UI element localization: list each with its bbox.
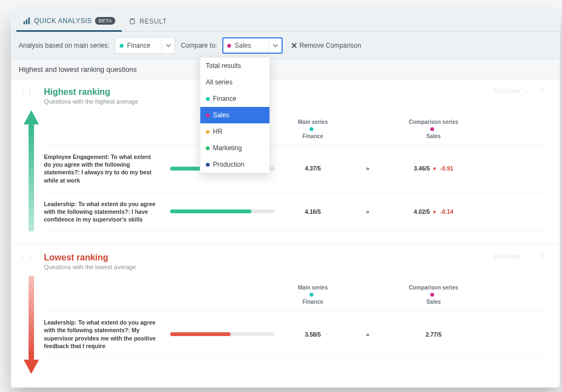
question-text: Employee Engagement: To what extent do y…	[44, 153, 159, 184]
score-bar	[170, 332, 274, 336]
grid-header: Main series Finance Comparison series Sa…	[44, 285, 549, 311]
svg-rect-0	[24, 21, 25, 24]
clipboard-icon	[128, 18, 136, 25]
column-main-series: Main series Finance	[285, 119, 340, 139]
series-dot-icon	[206, 113, 210, 117]
expand-icon[interactable]: »	[351, 208, 384, 215]
main-score: 4.37/5	[285, 165, 340, 172]
question-text: Leadership: To what extent do you agree …	[44, 200, 159, 224]
pencil-icon: ✎	[540, 87, 546, 95]
lowest-grid: Main series Finance Comparison series Sa…	[44, 285, 549, 358]
question-row: Employee Engagement: To what extent do y…	[44, 145, 549, 192]
chevron-down-icon: ⌄	[524, 253, 529, 260]
filter-bar: Analysis based on main series: Finance C…	[11, 32, 560, 59]
dropdown-item-hr[interactable]: HR	[200, 123, 269, 140]
bar-chart-icon	[23, 17, 31, 25]
chevron-down-icon	[268, 38, 282, 53]
remove-comparison-label: Remove Comparison	[299, 42, 361, 49]
series-dot-icon	[310, 127, 313, 131]
main-series-label: Analysis based on main series:	[19, 42, 109, 49]
series-dot-icon	[310, 293, 313, 297]
tab-label: QUICK ANALYSIS	[34, 17, 92, 25]
svg-rect-2	[29, 17, 30, 24]
remove-comparison-button[interactable]: Remove Comparison	[291, 42, 361, 49]
compare-series-value: Sales	[234, 42, 251, 49]
edit-view-button[interactable]: Edit view ⌄ ✎	[494, 253, 546, 260]
dropdown-item-production[interactable]: Production	[200, 156, 269, 173]
main-series-value: Finance	[127, 42, 150, 49]
series-dot-icon	[430, 293, 434, 297]
arrow-down-icon	[26, 276, 36, 374]
svg-rect-4	[131, 18, 134, 19]
panel-title-highest: Highest ranking	[44, 87, 549, 97]
tab-result[interactable]: RESULT	[122, 11, 173, 31]
panel-lowest: ⋮⋮ Edit view ⌄ ✎ Lowest ranking Question…	[11, 245, 560, 388]
dropdown-item-finance[interactable]: Finance	[200, 90, 269, 107]
series-dot-icon	[206, 97, 210, 101]
edit-view-button[interactable]: Edit view ⌄ ✎	[494, 87, 546, 95]
drag-handle-icon[interactable]: ⋮⋮	[19, 87, 34, 96]
comparison-score: 4.02/5 ▼ -0.14	[395, 208, 472, 215]
pencil-icon: ✎	[540, 253, 546, 260]
app-frame: QUICK ANALYSIS BETA RESULT Analysis base…	[11, 11, 560, 388]
question-row: Leadership: To what extent do you agree …	[44, 192, 549, 232]
column-main-series: Main series Finance	[285, 285, 340, 305]
expand-icon[interactable]: »	[351, 331, 384, 338]
question-text: Leadership: To what extent do you agree …	[44, 319, 159, 350]
expand-icon[interactable]: »	[351, 165, 384, 172]
series-dot-icon	[120, 44, 123, 48]
comparison-score: 2.77/5	[395, 331, 472, 338]
drag-handle-icon[interactable]: ⋮⋮	[19, 253, 34, 262]
compare-dropdown[interactable]: Total results All series Finance Sales H…	[200, 57, 270, 173]
series-dot-icon	[227, 44, 231, 48]
tab-quick-analysis[interactable]: QUICK ANALYSIS BETA	[16, 12, 122, 32]
section-header: Highest and lowest ranking questions	[11, 59, 560, 79]
dropdown-item-total-results[interactable]: Total results	[200, 58, 269, 74]
main-series-select[interactable]: Finance	[115, 37, 175, 54]
tab-label: RESULT	[139, 18, 166, 25]
column-comparison-series: Comparison series Sales	[395, 285, 472, 305]
beta-badge: BETA	[95, 17, 115, 25]
dropdown-item-sales[interactable]: Sales	[200, 107, 269, 123]
series-dot-icon	[206, 146, 210, 150]
main-score: 3.58/5	[285, 331, 340, 338]
arrow-down-icon: ▼	[432, 166, 437, 172]
panel-subtitle: Questions with the lowest average	[44, 264, 549, 270]
column-comparison-series: Comparison series Sales	[395, 119, 472, 139]
dropdown-item-marketing[interactable]: Marketing	[200, 140, 269, 156]
highest-grid: Main series Finance Comparison series Sa…	[44, 119, 549, 231]
arrow-up-icon	[26, 110, 36, 231]
chevron-down-icon	[161, 38, 175, 53]
dropdown-item-all-series[interactable]: All series	[200, 74, 269, 90]
series-dot-icon	[206, 130, 210, 134]
compare-label: Compare to:	[181, 42, 217, 49]
arrow-down-icon: ▼	[432, 209, 437, 215]
tab-bar: QUICK ANALYSIS BETA RESULT	[11, 11, 560, 32]
panel-highest: ⋮⋮ Edit view ⌄ ✎ Highest ranking Questio…	[11, 79, 560, 245]
series-dot-icon	[430, 127, 434, 131]
svg-rect-1	[26, 19, 27, 24]
compare-series-select[interactable]: Sales	[222, 37, 283, 54]
chevron-down-icon: ⌄	[524, 87, 529, 95]
comparison-score: 3.46/5 ▼ -0.91	[395, 165, 472, 172]
score-bar	[170, 209, 274, 213]
panel-subtitle: Questions with the highest average	[44, 98, 549, 105]
panel-title-lowest: Lowest ranking	[44, 253, 549, 263]
grid-header: Main series Finance Comparison series Sa…	[44, 119, 549, 145]
main-score: 4.16/5	[285, 208, 340, 215]
series-dot-icon	[206, 163, 210, 167]
question-row: Leadership: To what extent do you agree …	[44, 311, 549, 358]
